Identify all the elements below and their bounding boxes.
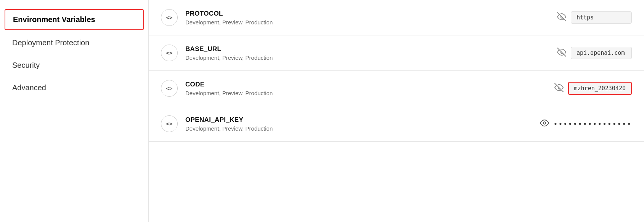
sidebar-item-advanced[interactable]: Advanced (0, 77, 148, 99)
env-var-environments: Development, Preview, Production (185, 19, 549, 26)
env-row: <>BASE_URLDevelopment, Preview, Producti… (149, 35, 644, 71)
env-var-value-masked: •••••••••••••••• (554, 120, 632, 128)
env-row: <>OPENAI_API_KEYDevelopment, Preview, Pr… (149, 106, 644, 142)
eye-slash-icon[interactable] (557, 12, 566, 23)
env-var-environments: Development, Preview, Production (185, 54, 549, 61)
code-brackets-icon: <> (161, 9, 178, 26)
env-var-value: api.openai.com (571, 47, 632, 59)
svg-point-0 (543, 122, 546, 124)
env-var-name: PROTOCOL (185, 10, 549, 18)
code-brackets-icon: <> (161, 80, 178, 97)
env-var-environments: Development, Preview, Production (185, 125, 532, 132)
sidebar-item-deployment-protection[interactable]: Deployment Protection (0, 32, 148, 54)
code-brackets-icon: <> (161, 115, 178, 132)
main-content: <>PROTOCOLDevelopment, Preview, Producti… (149, 0, 644, 222)
env-var-name: CODE (185, 81, 547, 88)
sidebar-item-env-variables[interactable]: Environment Variables (5, 9, 144, 30)
env-var-name: OPENAI_API_KEY (185, 116, 532, 124)
env-var-environments: Development, Preview, Production (185, 90, 547, 96)
env-var-value: mzhren_20230420 (568, 82, 632, 95)
sidebar: Environment VariablesDeployment Protecti… (0, 0, 149, 222)
eye-open-icon[interactable] (540, 118, 549, 129)
env-var-name: BASE_URL (185, 45, 549, 53)
eye-slash-icon[interactable] (554, 83, 564, 94)
sidebar-item-security[interactable]: Security (0, 54, 148, 77)
env-var-value: https (571, 11, 632, 24)
eye-slash-icon[interactable] (557, 48, 566, 59)
env-row: <>PROTOCOLDevelopment, Preview, Producti… (149, 0, 644, 35)
env-row: <>CODEDevelopment, Preview, Production m… (149, 71, 644, 106)
code-brackets-icon: <> (161, 45, 178, 61)
